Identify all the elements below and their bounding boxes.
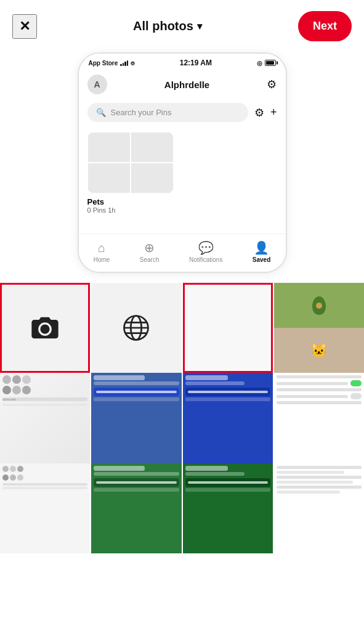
username-label: Alphrdelle — [164, 79, 209, 90]
blue-screenshot-cell-2[interactable] — [183, 373, 273, 463]
phone-frame: App Store ⌾ 12:19 AM ◎ A — [78, 52, 287, 273]
nav-label-search: Search — [140, 256, 160, 263]
board-meta: 0 Pins 1h — [87, 206, 174, 214]
close-button[interactable]: ✕ — [12, 14, 37, 39]
wifi-icon: ⌾ — [131, 59, 135, 67]
photo-grid-row1: 🐱 — [0, 283, 364, 373]
title-dropdown[interactable]: All photos ▾ — [133, 19, 202, 33]
settings-screenshot-cell[interactable] — [274, 373, 364, 463]
globe-cell[interactable] — [91, 283, 181, 373]
nav-item-notifications[interactable]: 💬 Notifications — [189, 240, 222, 263]
search-placeholder: Search your Pins — [111, 108, 172, 117]
saved-icon: 👤 — [254, 240, 269, 255]
app-screenshot-cell-2[interactable] — [0, 463, 90, 553]
bottom-nav: ⌂ Home ⊕ Search 💬 Notifications 👤 Saved — [79, 234, 286, 272]
status-bar: App Store ⌾ 12:19 AM ◎ — [79, 54, 286, 70]
filter-icon[interactable]: ⚙ — [254, 106, 264, 120]
home-icon: ⌂ — [98, 241, 105, 255]
green-screenshot-cell-2[interactable] — [183, 463, 273, 553]
nav-label-saved: Saved — [253, 256, 270, 263]
phone-mockup: App Store ⌾ 12:19 AM ◎ A — [0, 52, 364, 283]
nav-item-saved[interactable]: 👤 Saved — [253, 240, 270, 263]
add-icon[interactable]: + — [270, 106, 277, 119]
search-icon: 🔍 — [96, 108, 106, 117]
camera-cell[interactable] — [0, 283, 90, 373]
camera-icon — [29, 312, 61, 344]
status-carrier: App Store ⌾ — [89, 59, 135, 67]
nav-label-notifications: Notifications — [189, 256, 222, 263]
boards-area: Pets 0 Pins 1h — [79, 126, 286, 221]
board-title: Pets — [87, 197, 174, 206]
app-header: A Alphrdelle ⚙ — [79, 70, 286, 99]
photo-grid-row2: some text — [0, 373, 364, 463]
search-input-container[interactable]: 🔍 Search your Pins — [87, 103, 248, 122]
photo-grid-row3 — [0, 463, 364, 553]
settings-icon[interactable]: ⚙ — [267, 78, 277, 91]
search-bar-row: 🔍 Search your Pins ⚙ + — [79, 99, 286, 126]
green-screenshot-cell[interactable] — [91, 463, 181, 553]
location-icon: ◎ — [257, 60, 262, 67]
page-title: All photos — [133, 19, 193, 33]
board-thumbnail — [87, 132, 174, 193]
status-right: ◎ — [257, 60, 276, 67]
avocado-photo-cell[interactable]: 🐱 — [274, 283, 364, 373]
search-nav-icon: ⊕ — [144, 240, 155, 255]
battery-icon — [265, 60, 276, 66]
avatar[interactable]: A — [87, 75, 107, 94]
globe-icon — [120, 312, 152, 344]
notifications-icon: 💬 — [198, 240, 214, 255]
top-bar: ✕ All photos ▾ Next — [0, 0, 364, 52]
chevron-down-icon: ▾ — [197, 20, 202, 32]
nav-item-home[interactable]: ⌂ Home — [94, 241, 110, 263]
signal-icon — [120, 60, 128, 66]
board-item[interactable]: Pets 0 Pins 1h — [87, 132, 174, 214]
status-time: 12:19 AM — [180, 59, 212, 67]
nav-label-home: Home — [94, 256, 110, 263]
list-screenshot-cell[interactable] — [274, 463, 364, 553]
selected-photo-cell[interactable] — [183, 283, 273, 373]
next-button[interactable]: Next — [298, 11, 352, 41]
blue-screenshot-cell[interactable] — [91, 373, 181, 463]
app-screenshot-cell[interactable]: some text — [0, 373, 90, 463]
nav-item-search[interactable]: ⊕ Search — [140, 240, 160, 263]
